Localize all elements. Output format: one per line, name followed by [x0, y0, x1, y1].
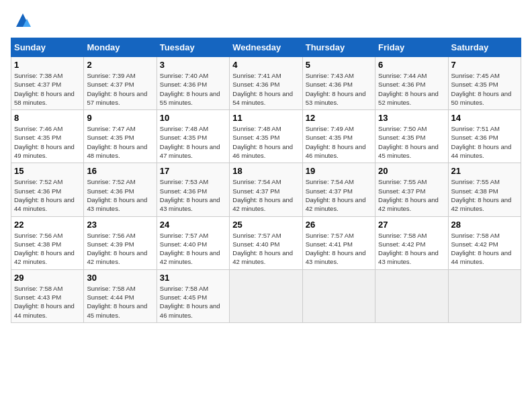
day-cell: 2Sunrise: 7:39 AMSunset: 4:37 PMDaylight…: [84, 57, 157, 110]
day-number: 25: [232, 220, 299, 230]
day-info: Sunrise: 7:46 AMSunset: 4:35 PMDaylight:…: [14, 124, 81, 160]
day-info: Sunrise: 7:58 AMSunset: 4:43 PMDaylight:…: [14, 284, 81, 320]
day-cell: 13Sunrise: 7:50 AMSunset: 4:35 PMDayligh…: [375, 110, 448, 163]
day-number: 21: [451, 166, 518, 176]
day-cell: 18Sunrise: 7:54 AMSunset: 4:37 PMDayligh…: [230, 163, 302, 216]
header-day-saturday: Saturday: [448, 38, 521, 57]
day-info: Sunrise: 7:57 AMSunset: 4:41 PMDaylight:…: [306, 231, 372, 267]
day-cell: 9Sunrise: 7:47 AMSunset: 4:35 PMDaylight…: [84, 110, 157, 163]
day-number: 27: [378, 220, 445, 230]
day-info: Sunrise: 7:44 AMSunset: 4:36 PMDaylight:…: [378, 71, 445, 107]
day-info: Sunrise: 7:57 AMSunset: 4:40 PMDaylight:…: [160, 231, 226, 267]
logo: [11, 11, 32, 30]
day-number: 10: [160, 113, 226, 123]
day-number: 19: [306, 166, 372, 176]
day-info: Sunrise: 7:49 AMSunset: 4:35 PMDaylight:…: [306, 124, 372, 160]
day-cell: 10Sunrise: 7:48 AMSunset: 4:35 PMDayligh…: [157, 110, 229, 163]
day-cell: 27Sunrise: 7:58 AMSunset: 4:42 PMDayligh…: [375, 216, 448, 269]
day-cell: 23Sunrise: 7:56 AMSunset: 4:39 PMDayligh…: [84, 216, 157, 269]
day-number: 6: [378, 60, 445, 70]
day-info: Sunrise: 7:57 AMSunset: 4:40 PMDaylight:…: [232, 231, 299, 267]
day-number: 4: [232, 60, 299, 70]
day-number: 30: [87, 273, 153, 283]
day-cell: [448, 269, 521, 322]
day-info: Sunrise: 7:56 AMSunset: 4:38 PMDaylight:…: [14, 231, 81, 267]
header-day-wednesday: Wednesday: [230, 38, 302, 57]
day-number: 13: [378, 113, 445, 123]
page-header: [11, 11, 521, 30]
day-cell: 19Sunrise: 7:54 AMSunset: 4:37 PMDayligh…: [302, 163, 375, 216]
day-cell: 25Sunrise: 7:57 AMSunset: 4:40 PMDayligh…: [230, 216, 302, 269]
day-number: 18: [232, 166, 299, 176]
day-cell: 12Sunrise: 7:49 AMSunset: 4:35 PMDayligh…: [302, 110, 375, 163]
day-cell: 21Sunrise: 7:55 AMSunset: 4:38 PMDayligh…: [448, 163, 521, 216]
day-cell: 5Sunrise: 7:43 AMSunset: 4:36 PMDaylight…: [302, 57, 375, 110]
header-row: SundayMondayTuesdayWednesdayThursdayFrid…: [11, 38, 521, 57]
day-cell: 22Sunrise: 7:56 AMSunset: 4:38 PMDayligh…: [11, 216, 84, 269]
day-cell: 7Sunrise: 7:45 AMSunset: 4:35 PMDaylight…: [448, 57, 521, 110]
day-info: Sunrise: 7:58 AMSunset: 4:42 PMDaylight:…: [378, 231, 445, 267]
day-info: Sunrise: 7:40 AMSunset: 4:36 PMDaylight:…: [160, 71, 226, 107]
day-number: 17: [160, 166, 226, 176]
header-day-friday: Friday: [375, 38, 448, 57]
day-cell: 20Sunrise: 7:55 AMSunset: 4:37 PMDayligh…: [375, 163, 448, 216]
day-cell: 30Sunrise: 7:58 AMSunset: 4:44 PMDayligh…: [84, 269, 157, 322]
logo-icon: [13, 11, 32, 30]
day-info: Sunrise: 7:56 AMSunset: 4:39 PMDaylight:…: [87, 231, 153, 267]
day-cell: 24Sunrise: 7:57 AMSunset: 4:40 PMDayligh…: [157, 216, 229, 269]
day-info: Sunrise: 7:58 AMSunset: 4:44 PMDaylight:…: [87, 284, 153, 320]
day-info: Sunrise: 7:50 AMSunset: 4:35 PMDaylight:…: [378, 124, 445, 160]
day-number: 15: [14, 166, 81, 176]
header-day-monday: Monday: [84, 38, 157, 57]
day-info: Sunrise: 7:55 AMSunset: 4:37 PMDaylight:…: [378, 177, 445, 213]
day-number: 16: [87, 166, 153, 176]
day-cell: 29Sunrise: 7:58 AMSunset: 4:43 PMDayligh…: [11, 269, 84, 322]
day-number: 24: [160, 220, 226, 230]
header-day-tuesday: Tuesday: [157, 38, 229, 57]
day-number: 28: [451, 220, 518, 230]
day-info: Sunrise: 7:45 AMSunset: 4:35 PMDaylight:…: [451, 71, 518, 107]
day-number: 26: [306, 220, 372, 230]
day-number: 9: [87, 113, 153, 123]
day-info: Sunrise: 7:47 AMSunset: 4:35 PMDaylight:…: [87, 124, 153, 160]
day-info: Sunrise: 7:43 AMSunset: 4:36 PMDaylight:…: [306, 71, 372, 107]
day-info: Sunrise: 7:55 AMSunset: 4:38 PMDaylight:…: [451, 177, 518, 213]
day-number: 5: [306, 60, 372, 70]
day-cell: 16Sunrise: 7:52 AMSunset: 4:36 PMDayligh…: [84, 163, 157, 216]
day-number: 12: [306, 113, 372, 123]
day-number: 23: [87, 220, 153, 230]
day-info: Sunrise: 7:58 AMSunset: 4:45 PMDaylight:…: [160, 284, 226, 320]
day-info: Sunrise: 7:53 AMSunset: 4:36 PMDaylight:…: [160, 177, 226, 213]
header-day-thursday: Thursday: [302, 38, 375, 57]
week-row-2: 8Sunrise: 7:46 AMSunset: 4:35 PMDaylight…: [11, 110, 521, 163]
day-cell: 1Sunrise: 7:38 AMSunset: 4:37 PMDaylight…: [11, 57, 84, 110]
day-number: 3: [160, 60, 226, 70]
day-number: 31: [160, 273, 226, 283]
day-number: 22: [14, 220, 81, 230]
day-info: Sunrise: 7:52 AMSunset: 4:36 PMDaylight:…: [87, 177, 153, 213]
day-info: Sunrise: 7:38 AMSunset: 4:37 PMDaylight:…: [14, 71, 81, 107]
day-cell: [302, 269, 375, 322]
day-cell: 4Sunrise: 7:41 AMSunset: 4:36 PMDaylight…: [230, 57, 302, 110]
day-info: Sunrise: 7:54 AMSunset: 4:37 PMDaylight:…: [232, 177, 299, 213]
day-number: 8: [14, 113, 81, 123]
week-row-3: 15Sunrise: 7:52 AMSunset: 4:36 PMDayligh…: [11, 163, 521, 216]
day-number: 1: [14, 60, 81, 70]
day-info: Sunrise: 7:39 AMSunset: 4:37 PMDaylight:…: [87, 71, 153, 107]
day-cell: 11Sunrise: 7:48 AMSunset: 4:35 PMDayligh…: [230, 110, 302, 163]
week-row-4: 22Sunrise: 7:56 AMSunset: 4:38 PMDayligh…: [11, 216, 521, 269]
day-cell: 15Sunrise: 7:52 AMSunset: 4:36 PMDayligh…: [11, 163, 84, 216]
day-cell: 26Sunrise: 7:57 AMSunset: 4:41 PMDayligh…: [302, 216, 375, 269]
day-cell: [375, 269, 448, 322]
day-info: Sunrise: 7:51 AMSunset: 4:36 PMDaylight:…: [451, 124, 518, 160]
day-number: 7: [451, 60, 518, 70]
day-info: Sunrise: 7:41 AMSunset: 4:36 PMDaylight:…: [232, 71, 299, 107]
calendar-table: SundayMondayTuesdayWednesdayThursdayFrid…: [11, 38, 521, 323]
day-info: Sunrise: 7:58 AMSunset: 4:42 PMDaylight:…: [451, 231, 518, 267]
day-number: 11: [232, 113, 299, 123]
day-number: 20: [378, 166, 445, 176]
day-cell: 6Sunrise: 7:44 AMSunset: 4:36 PMDaylight…: [375, 57, 448, 110]
header-day-sunday: Sunday: [11, 38, 84, 57]
day-number: 2: [87, 60, 153, 70]
day-info: Sunrise: 7:54 AMSunset: 4:37 PMDaylight:…: [306, 177, 372, 213]
